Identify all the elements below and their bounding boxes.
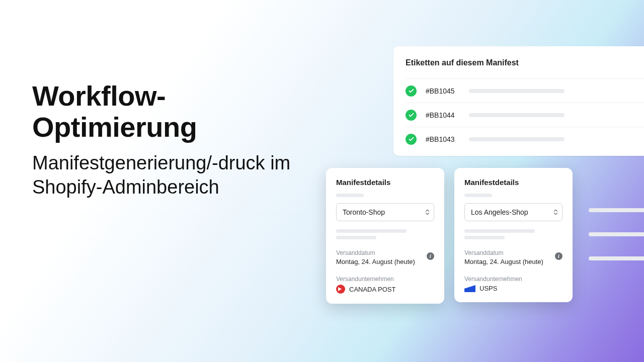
table-row[interactable]: #BB1044 [406,103,644,127]
carrier-label: Versandunternehmen [464,276,562,283]
carrier-field: Versandunternehmen USPS [464,276,562,292]
check-icon [406,110,417,121]
headline: Workflow-Optimierung [32,80,294,142]
carrier-label: Versandunternehmen [336,276,434,283]
check-icon [406,85,417,97]
location-select[interactable]: Los Angeles-Shop [464,203,562,221]
order-id: #BB1043 [426,135,460,143]
card-title: Manifestdetails [464,178,562,187]
select-value: Toronto-Shop [343,208,385,216]
carrier-field: Versandunternehmen CANADA POST [336,276,434,294]
placeholder-bar [589,232,644,236]
placeholder-row [589,222,644,246]
carrier-name: CANADA POST [349,286,395,293]
info-icon[interactable]: i [427,252,434,260]
card-title: Manifestdetails [336,178,434,187]
check-icon [406,134,417,145]
info-icon[interactable]: i [555,252,562,260]
ship-date-field: Versanddatum Montag, 24. August (heute) … [464,249,562,265]
manifest-details-card-toronto: Manifestdetails Toronto-Shop Versanddatu… [326,168,444,304]
ui-mock-canvas: Etiketten auf diesem Manifest #BB1045 #B… [322,46,644,338]
subheadline: Manifestgenerierung/-druck im Shopify-Ad… [32,151,294,199]
ship-date-label: Versanddatum [464,249,562,256]
placeholder-row [589,198,644,222]
table-row[interactable]: #BB1045 [406,78,644,103]
ship-date-label: Versanddatum [336,249,434,256]
canada-post-icon [336,285,345,294]
ship-date-value: Montag, 24. August (heute) [336,258,434,265]
carrier-name: USPS [479,285,497,292]
order-id: #BB1045 [426,87,460,95]
labels-on-manifest-card: Etiketten auf diesem Manifest #BB1045 #B… [393,46,644,156]
marketing-copy: Workflow-Optimierung Manifestgenerierung… [32,80,294,199]
ship-date-field: Versanddatum Montag, 24. August (heute) … [336,249,434,265]
placeholder-bar [469,113,565,117]
placeholder-bar [469,89,565,93]
placeholder-block [464,229,562,239]
usps-icon [464,285,475,292]
manifest-details-card-la: Manifestdetails Los Angeles-Shop Versand… [454,168,573,302]
select-value: Los Angeles-Shop [471,208,528,216]
location-select[interactable]: Toronto-Shop [336,203,434,221]
labels-card-continuation [589,198,644,270]
table-row[interactable]: #BB1043 [406,127,644,151]
placeholder-block [336,229,434,239]
placeholder-bar [469,137,565,141]
placeholder-bar [336,194,364,197]
placeholder-row [589,246,644,270]
select-caret-icon [425,210,430,215]
placeholder-bar [464,194,492,197]
placeholder-bar [589,256,644,260]
placeholder-bar [589,208,644,212]
order-id: #BB1044 [426,111,460,119]
labels-card-title: Etiketten auf diesem Manifest [406,58,644,67]
select-caret-icon [553,210,558,215]
ship-date-value: Montag, 24. August (heute) [464,258,562,265]
